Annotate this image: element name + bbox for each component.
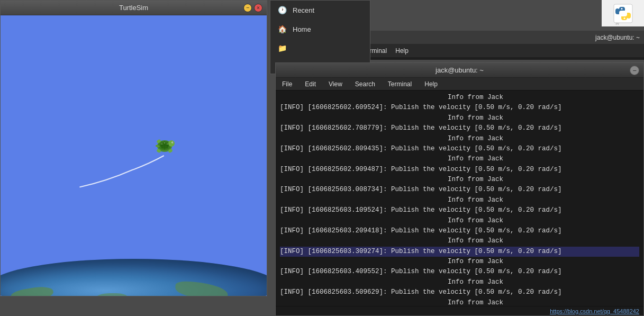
turtlesim-canvas [1, 15, 267, 296]
menu-help[interactable]: Help [422, 80, 440, 88]
log-line: [INFO] [1606825602.609524]: Publish the … [280, 103, 639, 113]
earth-background [1, 259, 267, 296]
log-line: Info from Jack [280, 154, 639, 164]
svg-point-14 [161, 143, 162, 145]
folder-icon: 📁 [277, 43, 287, 53]
close-button[interactable]: × [254, 4, 262, 12]
menu-view[interactable]: View [326, 80, 344, 88]
menu-edit[interactable]: Edit [303, 80, 318, 88]
log-line: [INFO] [1606825603.008734]: Publish the … [280, 185, 639, 195]
terminal-footer: https://blog.csdn.net/qq_45488242 [276, 306, 643, 315]
launcher-item-files[interactable]: 📁 [270, 39, 370, 58]
home-icon: 🏠 [277, 24, 287, 34]
launcher-item-recent[interactable]: 🕐 Recent [270, 1, 370, 20]
log-line: Info from Jack [280, 93, 639, 103]
terminal-main-title: jack@ubuntu: ~ [436, 66, 484, 74]
svg-point-19 [621, 8, 622, 10]
log-line: [INFO] [1606825602.809435]: Publish the … [280, 144, 639, 154]
log-line: [INFO] [1606825603.509629]: Publish the … [280, 287, 639, 297]
log-line: Info from Jack [280, 216, 639, 226]
turtlesim-window: TurtleSim − × [0, 0, 267, 296]
terminal-main-titlebar: jack@ubuntu: ~ − [276, 63, 643, 78]
log-line: [INFO] [1606825603.209418]: Publish the … [280, 226, 639, 236]
log-line: Info from Jack [280, 113, 639, 123]
svg-point-20 [623, 17, 625, 19]
turtle-svg [151, 132, 178, 158]
log-line: [INFO] [1606825602.909487]: Publish the … [280, 165, 639, 175]
terminal-content[interactable]: Info from Jack[INFO] [1606825602.609524]… [276, 91, 643, 306]
terminal-bg-title: jack@ubuntu: ~ [595, 34, 640, 41]
land-mass-2 [96, 293, 128, 296]
log-line: Info from Jack [280, 236, 639, 246]
python-icon-area: .py [602, 0, 644, 26]
log-line: Info from Jack [280, 175, 639, 185]
turtlesim-title: TurtleSim [119, 4, 148, 12]
turtlesim-titlebar: TurtleSim − × [1, 1, 267, 15]
bg-menu-help[interactable]: Help [395, 47, 409, 55]
log-line: Info from Jack [280, 195, 639, 205]
earth-curve [1, 259, 267, 296]
terminal-main-menubar: File Edit View Search Terminal Help [276, 78, 643, 91]
log-line: [INFO] [1606825602.708779]: Publish the … [280, 123, 639, 133]
log-line: Info from Jack [280, 257, 639, 267]
svg-point-15 [164, 142, 165, 143]
turtlesim-controls: − × [243, 4, 262, 12]
svg-text:.py: .py [614, 22, 619, 25]
land-mass-1 [10, 284, 54, 296]
menu-search[interactable]: Search [353, 80, 377, 88]
svg-point-16 [167, 143, 168, 145]
menu-terminal[interactable]: Terminal [386, 80, 414, 88]
launcher-home-label: Home [293, 25, 311, 33]
python-file-icon: .py [611, 2, 635, 25]
log-line: Info from Jack [280, 134, 639, 144]
log-line: [INFO] [1606825603.409552]: Publish the … [280, 267, 639, 277]
recent-icon: 🕐 [277, 5, 287, 15]
terminal-main: jack@ubuntu: ~ − File Edit View Search T… [275, 62, 644, 316]
footer-link[interactable]: https://blog.csdn.net/qq_45488242 [550, 308, 639, 314]
log-line: [INFO] [1606825603.309274]: Publish the … [280, 247, 639, 257]
launcher-recent-label: Recent [293, 6, 314, 14]
turtle-path-svg [1, 15, 267, 296]
terminal-minimize-button[interactable]: − [630, 66, 639, 75]
land-mass-3 [175, 281, 229, 296]
svg-point-5 [173, 142, 173, 142]
turtle-icon [151, 132, 178, 158]
log-line: [INFO] [1606825603.109524]: Publish the … [280, 205, 639, 215]
log-line: Info from Jack [280, 277, 639, 287]
menu-file[interactable]: File [280, 80, 294, 88]
log-line: Info from Jack [280, 298, 639, 306]
launcher-item-home[interactable]: 🏠 Home [270, 20, 370, 39]
minimize-button[interactable]: − [243, 4, 252, 12]
